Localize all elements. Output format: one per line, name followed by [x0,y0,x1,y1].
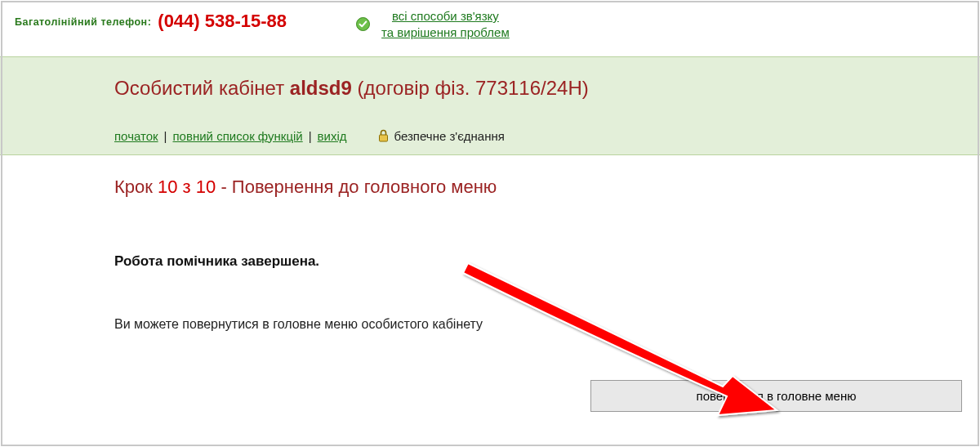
svg-rect-1 [379,135,387,141]
completed-message: Робота помічника завершена. [114,253,980,270]
step-name: Повернення до головного меню [232,177,497,197]
nav-separator: | [164,129,167,143]
secure-connection: безпечне з'єднання [378,129,505,143]
phone-number: (044) 538-15-88 [158,11,287,32]
top-bar: Багатолінійний телефон: (044) 538-15-88 … [0,0,980,56]
nav-home[interactable]: початок [114,129,158,143]
return-hint: Ви можете повернутися в головне меню осо… [114,317,980,332]
contact-block: всі способи зв'язку та вирішення проблем [356,8,510,42]
check-circle-icon [356,17,370,31]
contact-link-all-methods[interactable]: всі способи зв'язку [392,8,499,25]
main-content: Крок 10 з 10 - Повернення до головного м… [0,155,980,381]
lock-icon [378,129,389,142]
secure-label: безпечне з'єднання [394,129,505,143]
step-title: Крок 10 з 10 - Повернення до головного м… [114,177,980,198]
page-title: Особистий кабінет aldsd9 (договір фіз. 7… [114,77,980,100]
nav-separator: | [309,129,312,143]
phone-label: Багатолінійний телефон: [15,16,151,28]
title-prefix: Особистий кабінет [114,77,290,99]
contact-link-problems[interactable]: та вирішення проблем [381,25,510,41]
step-separator: - [216,177,232,197]
nav-full-list[interactable]: повний список функцій [172,129,302,143]
step-number: 10 з 10 [158,177,216,197]
step-word: Крок [114,177,158,197]
action-row: повернення в головне меню [590,380,962,412]
nav-exit[interactable]: вихід [318,129,347,143]
return-to-menu-button[interactable]: повернення в головне меню [590,380,962,412]
nav-row: початок | повний список функцій | вихід … [114,129,980,143]
title-suffix: (договір фіз. 773116/24Н) [358,77,589,99]
header-panel: Особистий кабінет aldsd9 (договір фіз. 7… [0,56,980,155]
username: aldsd9 [290,77,352,99]
